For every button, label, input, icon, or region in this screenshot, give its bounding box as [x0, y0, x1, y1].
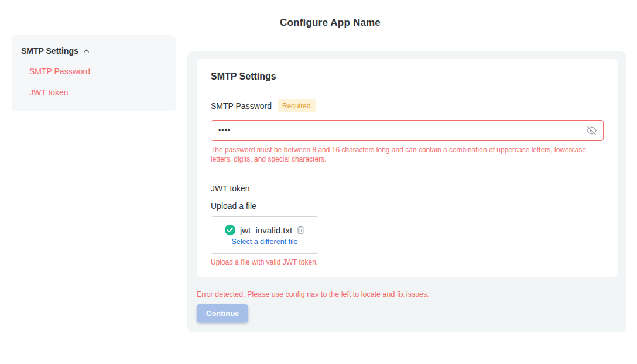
chevron-up-icon	[83, 47, 90, 55]
delete-file-button[interactable]	[296, 225, 305, 235]
select-different-file-link[interactable]: Select a different file	[231, 238, 297, 246]
check-circle-icon	[224, 224, 236, 236]
jwt-token-label: JWT token	[211, 184, 604, 193]
page-title: Configure App Name	[23, 17, 637, 29]
sidebar-item-jwt-token[interactable]: JWT token	[29, 88, 166, 97]
toggle-password-visibility-button[interactable]	[585, 125, 598, 137]
sidebar-section-label: SMTP Settings	[21, 46, 78, 56]
jwt-validation-error: Upload a file with valid JWT token.	[211, 258, 604, 266]
card-heading: SMTP Settings	[211, 71, 604, 82]
smtp-password-input[interactable]	[211, 120, 604, 141]
password-validation-error: The password must be between 8 and 16 ch…	[211, 145, 597, 164]
config-nav-sidebar: SMTP Settings SMTP Password JWT token	[12, 35, 176, 111]
trash-icon	[296, 225, 305, 235]
upload-file-label: Upload a file	[211, 201, 604, 211]
form-error-banner: Error detected. Please use config nav to…	[197, 290, 429, 298]
smtp-password-label: SMTP Password	[211, 101, 272, 111]
sidebar-item-smtp-password[interactable]: SMTP Password	[29, 67, 166, 76]
file-upload-box: jwt_invalid.txt Select a different file	[211, 216, 318, 254]
config-panel: SMTP Settings SMTP Password Required The…	[187, 51, 626, 332]
eye-off-icon	[587, 129, 597, 138]
required-badge: Required	[278, 99, 316, 112]
sidebar-section-smtp-settings[interactable]: SMTP Settings	[21, 46, 166, 56]
uploaded-file-name: jwt_invalid.txt	[240, 225, 292, 235]
smtp-settings-card: SMTP Settings SMTP Password Required The…	[197, 59, 618, 277]
continue-button[interactable]: Continue	[197, 304, 248, 322]
